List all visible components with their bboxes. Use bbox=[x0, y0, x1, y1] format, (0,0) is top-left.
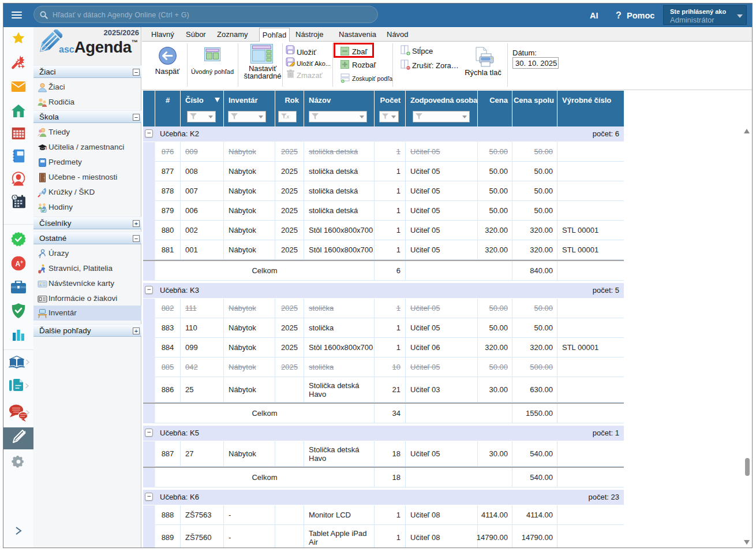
svg-text:+: + bbox=[20, 259, 23, 265]
